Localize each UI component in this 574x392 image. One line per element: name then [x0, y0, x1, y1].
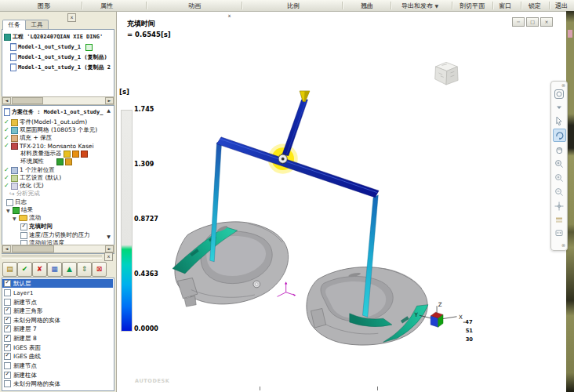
menu-item-export-publish[interactable]: 导出和发布 ▼ — [401, 2, 438, 10]
orbit-options-button[interactable] — [554, 101, 565, 112]
injection-cone[interactable] — [300, 91, 310, 102]
task-row-optimize[interactable]: ✓ 优化 (无) — [4, 182, 44, 190]
layer-row[interactable]: 新建三角形 — [2, 307, 113, 315]
task-row-switch-pressure[interactable]: 速度/压力切换时的压力 — [20, 231, 90, 239]
scroll-left-button[interactable]: ◄ — [2, 245, 11, 252]
project-root[interactable]: 工程 'LQ202407QIAN XIE DING' — [4, 33, 103, 41]
task-row-sequence[interactable]: ✓ 填充 + 保压 — [4, 134, 52, 142]
task-row-material[interactable]: ✓ TFX-210: Monsanto Kasei — [4, 142, 94, 150]
task-row-flow[interactable]: ▼ 流动 — [13, 214, 41, 222]
layer-row[interactable]: IGES 曲线 — [2, 352, 113, 361]
pane-close-button[interactable]: x — [67, 13, 76, 22]
restore-button[interactable]: □ — [526, 17, 539, 27]
task-row-material-quality[interactable]: 材料质量指示器 — [20, 150, 88, 158]
layer-row[interactable]: 新建柱体 — [2, 371, 113, 379]
layer-checkbox[interactable] — [4, 299, 11, 306]
layer-row[interactable]: IGES 表面 — [2, 343, 113, 352]
task-row-process[interactable]: ✓ 工艺设置 (默认) — [4, 174, 61, 182]
layer-checkbox[interactable] — [4, 353, 11, 360]
task-row-results[interactable]: ▼ 结果 — [6, 206, 33, 214]
task-row-injection[interactable]: ✓ 1 个注射位置 — [4, 166, 55, 174]
task-row-mesh[interactable]: ✓ 双层面网格 (108053 个单元) — [4, 126, 97, 134]
clipping-box-tool-button[interactable] — [554, 227, 565, 238]
measure-tool-button[interactable] — [554, 213, 565, 224]
layer-checkbox[interactable] — [4, 307, 11, 314]
menu-item-exit[interactable]: 退出 — [555, 2, 568, 10]
fill-time-checkbox[interactable] — [20, 223, 27, 230]
layer-checkbox[interactable] — [4, 380, 11, 387]
scroll-right-button[interactable]: ► — [105, 245, 114, 252]
activate-layer-button[interactable]: ✔ — [17, 262, 32, 277]
runner-system[interactable] — [216, 100, 379, 198]
layer-row[interactable]: 新建层 7 — [2, 325, 113, 333]
layer-checkbox[interactable] — [4, 372, 11, 379]
layer-checkbox[interactable] — [4, 362, 11, 369]
menu-item-section-plane[interactable]: 剖切平面 — [460, 2, 485, 10]
assign-layer-button[interactable]: ▦ — [47, 262, 62, 277]
layer-checkbox[interactable] — [4, 289, 11, 296]
center-view-tool-button[interactable] — [554, 200, 565, 211]
layer-checkbox[interactable] — [4, 280, 11, 287]
layer-row[interactable]: 新建层 8 — [2, 334, 113, 343]
layer-checkbox[interactable] — [4, 317, 11, 324]
menu-item-lock[interactable]: 锁定 — [529, 2, 541, 10]
new-layer-button[interactable]: ▤ — [2, 262, 17, 277]
tab-tasks[interactable]: 任务 — [2, 20, 26, 30]
zoom-out-tool-button[interactable] — [554, 186, 565, 197]
zoom-in-tool-button[interactable] — [554, 172, 565, 183]
pane-splitter[interactable] — [2, 256, 102, 259]
view-cube[interactable] — [435, 62, 458, 85]
part-left[interactable] — [173, 222, 289, 307]
tasks-horizontal-scrollbar[interactable]: ◄ ► — [2, 245, 114, 253]
scroll-right-button[interactable]: ► — [105, 97, 114, 104]
menu-item-warp[interactable]: 翘曲 — [361, 2, 373, 10]
menu-item-window[interactable]: 窗口 — [499, 2, 511, 10]
task-row-fill-time[interactable]: 充填时间 — [20, 223, 53, 230]
layer-row[interactable]: 新建节点 — [2, 361, 113, 370]
scroll-thumb[interactable] — [12, 245, 54, 252]
layer-checkbox[interactable] — [4, 335, 11, 342]
minimize-button[interactable]: ─ — [512, 17, 525, 27]
scroll-down-button[interactable]: ▼ — [105, 234, 112, 241]
layer-checkbox[interactable] — [4, 325, 11, 332]
close-button[interactable]: × — [540, 17, 553, 27]
toolbar-collapse-icon[interactable]: ⊗ — [561, 243, 565, 248]
scroll-left-button[interactable]: ◄ — [2, 97, 11, 104]
scroll-up-button[interactable]: ▲ — [105, 107, 112, 114]
menu-item-animation[interactable]: 动画 — [188, 2, 201, 10]
layer-row[interactable]: 新建节点 — [2, 298, 113, 307]
model-viewport[interactable]: Z Y X -47 51 30 — [118, 12, 574, 392]
rotate-tool-button[interactable] — [553, 129, 566, 142]
menu-item-graphics[interactable]: 图形 — [38, 2, 50, 10]
expand-layer-button[interactable]: ⇕ — [77, 262, 92, 277]
scroll-thumb[interactable] — [12, 97, 43, 104]
layer-row[interactable]: 未划分网格的实体 — [2, 379, 113, 388]
log-checkbox[interactable] — [6, 199, 13, 206]
expand-arrow-icon[interactable]: ▼ — [6, 208, 11, 213]
select-tool-button[interactable] — [554, 114, 565, 125]
tree-horizontal-scrollbar[interactable]: ◄ ► — [2, 96, 114, 105]
layers-pane-close-button[interactable]: x — [104, 252, 113, 261]
expand-arrow-icon[interactable]: ▼ — [13, 216, 17, 221]
clean-layer-button[interactable]: ⊠ — [92, 262, 107, 277]
switch-pressure-checkbox[interactable] — [20, 232, 27, 239]
viewport-toolbar-close-button[interactable]: x — [226, 13, 233, 20]
delete-layer-button[interactable]: ✘ — [32, 262, 47, 277]
menu-item-scale[interactable]: 比例 — [287, 2, 300, 10]
layer-row[interactable]: Layer1 — [2, 289, 113, 297]
zoom-window-tool-button[interactable] — [554, 158, 565, 169]
task-row-log[interactable]: 日志 — [6, 198, 27, 206]
study-item-1[interactable]: Model-1_out_study_1 — [10, 43, 112, 51]
layer-checkbox[interactable] — [4, 344, 11, 351]
study-item-2[interactable]: Model-1_out_study_1 (复制品) — [10, 53, 112, 61]
check-icon: ✓ — [4, 143, 9, 149]
task-row-part[interactable]: ✓ 零件(Model-1_out.udm) — [4, 118, 87, 126]
orbit-tool-button[interactable] — [554, 88, 565, 99]
study-item-3[interactable]: Model-1_out_study_1 (复制品 2 — [10, 64, 112, 71]
menu-item-properties[interactable]: 属性 — [100, 2, 113, 10]
show-layer-button[interactable]: ▲ — [62, 262, 77, 277]
layer-row[interactable]: 未划分网格的实体 — [2, 316, 113, 325]
task-row-environment[interactable]: 环境属性 — [20, 158, 72, 165]
layer-row[interactable]: 默认层 — [2, 279, 113, 288]
pan-tool-button[interactable] — [554, 143, 565, 154]
